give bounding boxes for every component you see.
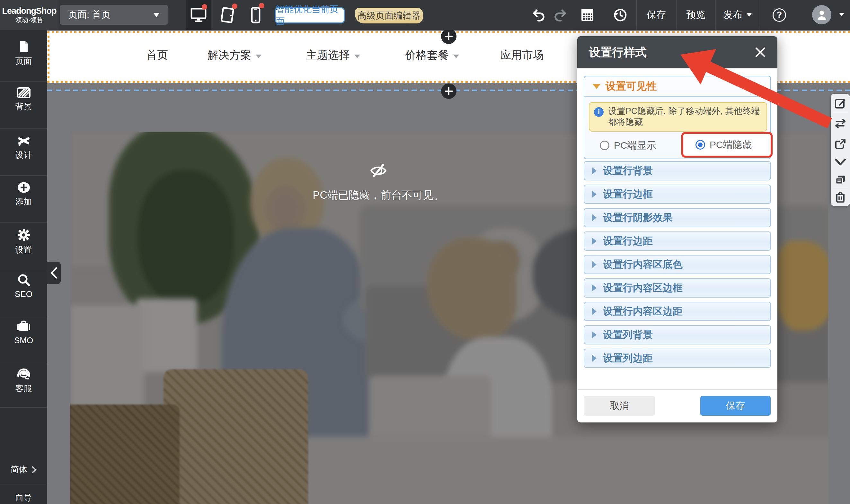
page-icon — [17, 40, 30, 53]
triangle-right-icon — [592, 308, 596, 315]
undo-icon — [532, 9, 545, 21]
triangle-right-icon — [592, 284, 596, 291]
preview-button[interactable]: 预览 — [677, 0, 715, 30]
triangle-right-icon — [592, 237, 596, 245]
site-nav-pricing[interactable]: 价格套餐 — [405, 45, 459, 66]
brand-subtitle: 领动·领售 — [15, 16, 44, 23]
smart-optimize-button[interactable]: 智能优化当前页面 — [275, 7, 345, 23]
radio-icon — [600, 141, 609, 150]
sidebar-item-seo[interactable]: SEO — [0, 273, 47, 299]
language-switcher[interactable]: 简体 — [0, 464, 47, 475]
grid-icon — [580, 8, 594, 22]
publish-button[interactable]: 发布 — [716, 0, 759, 30]
row-selection-border-left — [48, 31, 50, 83]
chevron-down-icon — [747, 13, 752, 17]
toolbar-divider — [833, 113, 848, 113]
site-nav-themes[interactable]: 主题选择 — [306, 45, 360, 66]
top-toolbar: LeadongShop 领动·领售 页面: 首页 — [0, 0, 850, 30]
row-style-dialog: 设置行样式 设置可见性 i 设置PC隐藏后, 除了移动端外, 其他终端都将隐藏 … — [577, 36, 777, 422]
info-icon: i — [594, 107, 604, 117]
dialog-save-button[interactable]: 保存 — [700, 396, 771, 416]
triangle-right-icon — [592, 261, 596, 268]
site-nav-appmarket[interactable]: 应用市场 — [500, 45, 544, 66]
device-mobile-button[interactable] — [243, 0, 268, 30]
site-nav-solutions[interactable]: 解决方案 — [208, 45, 261, 66]
chevron-down-icon — [354, 55, 360, 58]
advanced-editor-button[interactable]: 高级页面编辑器 — [355, 8, 423, 23]
section-column-background[interactable]: 设置列背景 — [584, 325, 771, 344]
highlight-red-box: PC端隐藏 — [681, 132, 773, 158]
section-row-content-bgcolor[interactable]: 设置行内容区底色 — [584, 255, 771, 274]
section-row-content-padding[interactable]: 设置行内容区边距 — [584, 302, 771, 321]
edit-row-icon[interactable] — [835, 97, 846, 109]
sidebar-item-settings[interactable]: 设置 — [0, 228, 47, 255]
triangle-right-icon — [592, 214, 596, 221]
sidebar-item-add[interactable]: 添加 — [0, 181, 47, 208]
brand-name: LeadongShop — [2, 6, 56, 16]
person-icon — [815, 8, 828, 21]
sidebar-item-smo[interactable]: SMO — [0, 320, 47, 345]
radio-pc-show[interactable]: PC端显示 — [600, 139, 656, 152]
eye-off-icon — [368, 161, 389, 181]
visibility-section-header[interactable]: 设置可见性 — [584, 76, 770, 97]
page-selector-dropdown[interactable]: 页面: 首页 — [60, 5, 168, 25]
section-row-shadow[interactable]: 设置行阴影效果 — [584, 208, 771, 227]
section-row-margin[interactable]: 设置行边距 — [584, 232, 771, 251]
cancel-button[interactable]: 取消 — [584, 396, 655, 416]
site-nav-home[interactable]: 首页 — [146, 45, 168, 66]
dialog-title: 设置行样式 — [589, 44, 647, 60]
add-section-button-below[interactable] — [441, 84, 456, 99]
close-icon[interactable] — [755, 47, 766, 58]
device-tablet-button[interactable] — [214, 0, 240, 30]
sidebar-item-design[interactable]: 设计 — [0, 134, 47, 161]
redo-button[interactable] — [550, 0, 571, 30]
dialog-header: 设置行样式 — [577, 36, 777, 68]
redo-icon — [554, 9, 567, 21]
sidebar-item-background[interactable]: 背景 — [0, 87, 47, 112]
history-button[interactable] — [610, 0, 631, 30]
chevron-right-icon — [31, 466, 37, 473]
account-avatar[interactable] — [812, 5, 831, 24]
chevron-left-icon — [50, 267, 58, 279]
triangle-right-icon — [592, 331, 596, 338]
sidebar-item-pages[interactable]: 页面 — [0, 40, 47, 67]
question-icon: ? — [773, 8, 786, 22]
section-row-border[interactable]: 设置行边框 — [584, 185, 771, 204]
device-desktop-button[interactable] — [186, 0, 211, 30]
account-menu-caret[interactable] — [839, 13, 844, 16]
grid-layout-button[interactable] — [577, 0, 598, 30]
sidebar-collapse-handle[interactable] — [47, 262, 61, 284]
add-section-button-top[interactable] — [441, 29, 456, 44]
help-button[interactable]: ? — [769, 0, 789, 30]
section-column-margin[interactable]: 设置列边距 — [584, 349, 771, 368]
toolbar-divider — [833, 188, 848, 188]
sidebar-item-support[interactable]: 客服 — [0, 367, 47, 394]
section-row-content-border[interactable]: 设置行内容区边框 — [584, 278, 771, 298]
swap-row-icon[interactable] — [834, 119, 847, 128]
sidebar-item-wizard[interactable]: 向导 — [0, 492, 47, 503]
page-selector-value: 页面: 首页 — [68, 8, 110, 21]
chevron-down-icon — [256, 55, 261, 58]
radio-pc-hide[interactable]: PC端隐藏 — [695, 138, 752, 151]
triangle-right-icon — [592, 355, 596, 362]
delete-row-icon[interactable] — [835, 192, 846, 202]
mobile-icon — [250, 7, 261, 23]
section-row-background[interactable]: 设置行背景 — [584, 161, 771, 180]
triangle-down-icon — [593, 84, 601, 89]
editor-window: 首页 解决方案 主题选择 价格套餐 应用市场 — [0, 0, 850, 504]
save-button[interactable]: 保存 — [637, 0, 676, 30]
gear-icon — [17, 228, 31, 242]
undo-button[interactable] — [528, 0, 549, 30]
dialog-footer-divider — [577, 389, 777, 390]
duplicate-row-icon[interactable] — [835, 175, 846, 185]
tablet-icon — [220, 7, 235, 23]
brand-logo: LeadongShop 领动·领售 — [0, 0, 58, 30]
notification-dot — [259, 3, 264, 8]
open-external-icon[interactable] — [835, 138, 846, 149]
move-down-icon[interactable] — [835, 158, 846, 166]
visibility-section: 设置可见性 i 设置PC隐藏后, 除了移动端外, 其他终端都将隐藏 PC端显示 … — [584, 76, 771, 159]
row-action-toolbar — [831, 94, 850, 206]
toolbar-divider — [759, 0, 759, 30]
headset-icon — [16, 367, 31, 380]
briefcase-icon — [16, 320, 31, 333]
